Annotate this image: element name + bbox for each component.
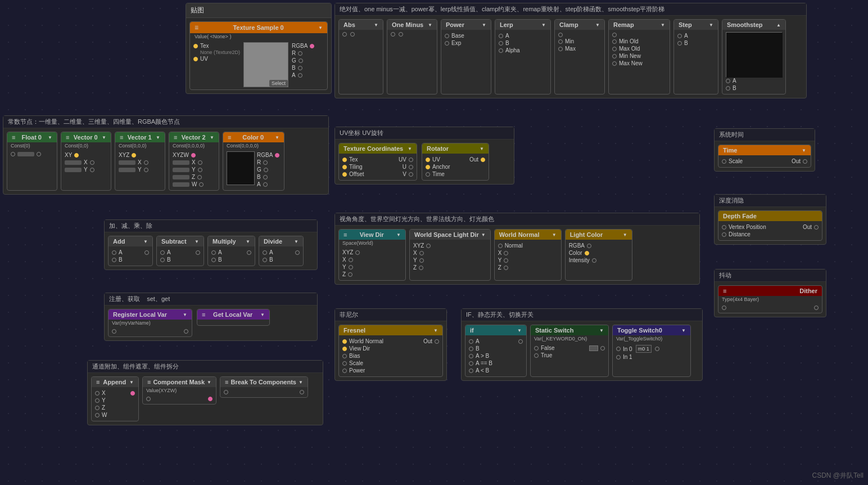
v0-y-slider[interactable] bbox=[65, 168, 82, 172]
component-mask-node: ≡ Component Mask ▼ Value(XYZW) bbox=[142, 376, 216, 405]
ts-in1: In 1 bbox=[616, 353, 687, 361]
clamp-chevron[interactable]: ▼ bbox=[595, 23, 600, 28]
channel-title: 通道附加、组件遮罩、组件拆分 bbox=[88, 361, 323, 373]
app-z-in bbox=[95, 406, 100, 410]
add-chevron[interactable]: ▼ bbox=[143, 239, 148, 244]
smoothstep-chevron[interactable]: ▲ bbox=[776, 23, 781, 28]
texture-sample-chevron[interactable]: ▼ bbox=[318, 25, 323, 30]
float0-out bbox=[37, 152, 41, 156]
float0-node: ≡ Float 0 ▼ Const(0) bbox=[7, 132, 57, 191]
power-chevron[interactable]: ▼ bbox=[482, 23, 486, 28]
world-normal-body: Normal X Y Z bbox=[495, 240, 561, 273]
one-minus-chevron[interactable]: ▼ bbox=[428, 23, 432, 28]
view-dir-chevron[interactable]: ▼ bbox=[396, 232, 401, 237]
float0-slider[interactable] bbox=[17, 152, 34, 156]
append-chevron[interactable]: ▼ bbox=[129, 380, 134, 385]
vector2-chevron[interactable]: ▼ bbox=[210, 135, 214, 140]
clamp-header: Clamp ▼ bbox=[555, 20, 604, 30]
float0-chevron[interactable]: ▼ bbox=[48, 135, 52, 140]
if-alb-in bbox=[469, 369, 473, 373]
subtract-node: Subtract ▼ A B bbox=[156, 236, 204, 266]
clamp-max-in bbox=[558, 47, 563, 51]
register-var-chevron[interactable]: ▼ bbox=[183, 312, 187, 317]
multiply-chevron[interactable]: ▼ bbox=[246, 239, 250, 244]
ts-in0: In 0 m0 1 bbox=[616, 344, 687, 353]
app-w: W bbox=[95, 411, 135, 419]
if-b-label: B bbox=[476, 345, 480, 352]
component-mask-chevron[interactable]: ▼ bbox=[207, 380, 211, 385]
step-chevron[interactable]: ▼ bbox=[709, 23, 713, 28]
select-button[interactable]: Select bbox=[269, 80, 288, 87]
subtract-chevron[interactable]: ▼ bbox=[195, 239, 199, 244]
ss-true: True bbox=[534, 352, 605, 359]
fr-scale: Scale bbox=[342, 360, 439, 367]
v2-w-slider[interactable] bbox=[173, 182, 189, 187]
math-ops-panel: 加、减、乘、除 Add ▼ A B Subtract ▼ A B bbox=[104, 219, 318, 270]
sub-b-label: B bbox=[167, 257, 171, 263]
ss-toggle[interactable] bbox=[589, 345, 598, 351]
a-label: A bbox=[292, 72, 296, 78]
app-w-label: W bbox=[102, 412, 107, 418]
div-a: A bbox=[263, 249, 300, 256]
lerp-header: Lerp ▼ bbox=[495, 20, 550, 30]
vector1-sub: Const(0,0,0) bbox=[115, 142, 165, 149]
wn-y-out bbox=[504, 258, 508, 263]
fresnel-chevron[interactable]: ▼ bbox=[433, 328, 438, 333]
rot-time-label: Time bbox=[432, 171, 445, 177]
divide-chevron[interactable]: ▼ bbox=[294, 239, 299, 244]
lerp-chevron[interactable]: ▼ bbox=[541, 23, 546, 28]
c0-a: A bbox=[257, 181, 279, 188]
vector1-chevron[interactable]: ▼ bbox=[156, 135, 160, 140]
remap-maxnew-label: Max New bbox=[619, 60, 643, 66]
v2-y-slider[interactable] bbox=[173, 168, 189, 172]
v2-x-slider[interactable] bbox=[173, 160, 189, 165]
tc-offset-label: Offset bbox=[349, 171, 364, 177]
texture-sample-body: Tex None (Texture2D) UV Select bbox=[190, 40, 327, 89]
lerp-node: Lerp ▼ A B Alpha bbox=[495, 19, 551, 95]
if-aeqb-label: A == B bbox=[476, 360, 492, 366]
df-dist-in bbox=[722, 232, 726, 237]
remap-chevron[interactable]: ▼ bbox=[661, 23, 665, 28]
tex-coord-name: Texture Coordinates bbox=[343, 145, 403, 152]
if-chevron[interactable]: ▼ bbox=[517, 328, 522, 333]
fr-wn-label: World Normal bbox=[349, 338, 383, 344]
c0-rgba: RGBA bbox=[257, 151, 279, 159]
subtract-header: Subtract ▼ bbox=[157, 236, 204, 246]
time-name: Time bbox=[723, 147, 737, 154]
wsld-chevron[interactable]: ▼ bbox=[481, 232, 486, 237]
light-color-chevron[interactable]: ▼ bbox=[623, 232, 627, 237]
divide-node: Divide ▼ A B bbox=[259, 236, 304, 266]
add-header: Add ▼ bbox=[108, 236, 152, 246]
if-a-in bbox=[469, 339, 473, 344]
rotator-chevron[interactable]: ▼ bbox=[480, 146, 484, 151]
v0-x-slider[interactable] bbox=[65, 160, 82, 165]
divide-header: Divide ▼ bbox=[259, 236, 303, 246]
abs-chevron[interactable]: ▼ bbox=[374, 23, 378, 28]
wsld-name: World Space Light Dir bbox=[414, 231, 479, 238]
time-chevron[interactable]: ▼ bbox=[802, 148, 806, 153]
if-header: if ▼ bbox=[465, 325, 526, 335]
break-components-chevron[interactable]: ▼ bbox=[299, 380, 303, 385]
regvar-ports bbox=[112, 329, 188, 334]
v1-x-slider[interactable] bbox=[119, 160, 135, 165]
v2-z-slider[interactable] bbox=[173, 175, 189, 179]
v1-x-out bbox=[144, 160, 148, 165]
wsld-y-label: Y bbox=[413, 257, 417, 263]
break-components-body bbox=[220, 387, 308, 397]
mul-b: B bbox=[211, 256, 251, 263]
ss-a-label: A bbox=[733, 78, 736, 84]
v1-y-slider[interactable] bbox=[119, 168, 135, 172]
tex-coord-chevron[interactable]: ▼ bbox=[408, 146, 412, 151]
clamp-max-row: Max bbox=[558, 45, 601, 52]
static-switch-chevron[interactable]: ▼ bbox=[599, 328, 604, 333]
get-var-chevron[interactable]: ▼ bbox=[260, 312, 265, 317]
mul-a-in bbox=[211, 250, 216, 255]
color0-name: Color 0 bbox=[242, 134, 264, 141]
vector0-chevron[interactable]: ▼ bbox=[102, 135, 106, 140]
static-switch-name: Static Switch bbox=[535, 327, 573, 334]
world-normal-chevron[interactable]: ▼ bbox=[552, 232, 557, 237]
ts-value: m0 1 bbox=[636, 345, 652, 353]
color0-chevron[interactable]: ▼ bbox=[275, 135, 279, 140]
ss-false-label: False bbox=[541, 345, 554, 351]
toggle-switch-chevron[interactable]: ▼ bbox=[681, 328, 686, 333]
